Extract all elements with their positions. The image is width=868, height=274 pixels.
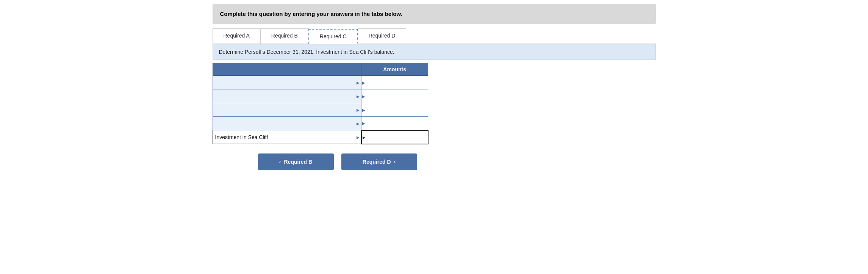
row1-amount-cell — [361, 76, 428, 89]
row2-amount-cell — [361, 89, 428, 103]
row3-label-input[interactable] — [214, 103, 361, 116]
table-row — [213, 76, 428, 89]
table-header-row: Amounts — [213, 63, 428, 76]
table-row — [213, 117, 428, 130]
row4-label-cell — [213, 117, 361, 130]
answer-table: Amounts — [213, 63, 429, 144]
table-row — [213, 89, 428, 103]
tab-required-a[interactable]: Required A — [213, 28, 261, 44]
next-button-label: Required D — [363, 159, 391, 165]
navigation-buttons: ‹ Required B Required D › — [258, 153, 656, 170]
investment-amount-cell — [361, 130, 428, 144]
description-text: Determine Persoff's December 31, 2021, I… — [219, 49, 394, 55]
prev-chevron-icon: ‹ — [279, 159, 281, 165]
description-bar: Determine Persoff's December 31, 2021, I… — [213, 44, 656, 60]
tabs-row: Required A Required B Required C Require… — [213, 28, 656, 44]
row1-amount-input[interactable] — [363, 76, 428, 89]
tab-required-b[interactable]: Required B — [260, 28, 309, 44]
row3-amount-input[interactable] — [363, 103, 428, 116]
prev-button[interactable]: ‹ Required B — [258, 153, 334, 170]
investment-label: Investment in Sea Cliff — [215, 134, 268, 140]
row1-label-input[interactable] — [214, 76, 361, 89]
next-chevron-icon: › — [394, 159, 396, 165]
row3-label-cell — [213, 103, 361, 117]
investment-label-cell: Investment in Sea Cliff — [213, 130, 361, 144]
row1-label-cell — [213, 76, 361, 89]
row2-amount-input[interactable] — [363, 89, 428, 103]
instruction-bar: Complete this question by entering your … — [213, 4, 656, 24]
row2-label-cell — [213, 89, 361, 103]
row2-label-input[interactable] — [214, 89, 361, 103]
row4-label-input[interactable] — [214, 117, 361, 130]
instruction-text: Complete this question by entering your … — [220, 11, 402, 17]
row3-amount-cell — [361, 103, 428, 117]
label-column-header — [213, 63, 361, 76]
investment-amount-input[interactable] — [363, 131, 428, 144]
tab-required-d[interactable]: Required D — [358, 28, 407, 44]
investment-total-row: Investment in Sea Cliff — [213, 130, 428, 144]
prev-button-label: Required B — [284, 159, 312, 165]
table-row — [213, 103, 428, 117]
amounts-column-header: Amounts — [361, 63, 428, 76]
answer-table-container: Amounts — [213, 63, 429, 144]
next-button[interactable]: Required D › — [341, 153, 417, 170]
tab-required-c[interactable]: Required C — [308, 29, 358, 44]
row4-amount-input[interactable] — [363, 117, 428, 130]
row4-amount-cell — [361, 117, 428, 130]
